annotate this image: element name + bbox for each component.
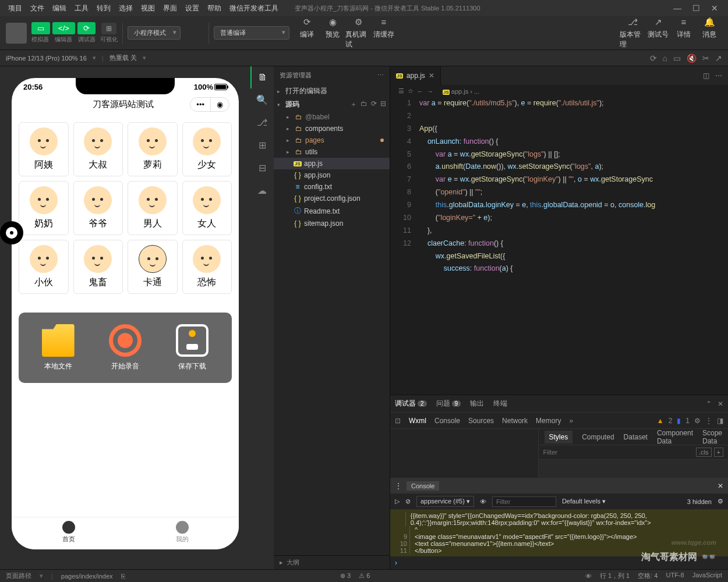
voice-cell[interactable]: 少女 [182, 122, 232, 176]
voice-cell[interactable]: 女人 [182, 181, 232, 235]
dt-tab-debugger[interactable]: 调试器2 [395, 399, 427, 409]
capsule-menu-icon[interactable]: ••• [190, 98, 211, 111]
compile-icon[interactable]: ⟳ [303, 17, 311, 30]
git-icon[interactable]: ⎇ [250, 111, 274, 134]
home-icon[interactable]: ⌂ [663, 54, 667, 63]
refresh-icon[interactable]: ⟳ [650, 54, 657, 63]
cut-icon[interactable]: ✂ [702, 54, 709, 63]
menu-wxdev[interactable]: 微信开发者工具 [226, 3, 282, 13]
refresh-tree-icon[interactable]: ⟳ [371, 100, 377, 109]
voice-cell[interactable]: 恐怖 [182, 240, 232, 294]
capsule-close-icon[interactable]: ◉ [211, 98, 229, 111]
split-icon[interactable]: ◫ [703, 72, 709, 80]
encoding[interactable]: UTF-8 [666, 572, 684, 580]
cloud-icon[interactable]: ☁ [250, 179, 274, 202]
local-file-button[interactable]: 本地文件 [42, 324, 75, 371]
chevron-up-icon[interactable]: ⌃ [706, 400, 712, 408]
devtab-wxml[interactable]: Wxml [409, 417, 426, 425]
ver-icon[interactable]: ⎇ [628, 17, 638, 30]
dt-tab-output[interactable]: 输出 [470, 399, 484, 409]
simulator-toggle[interactable]: ▭ [31, 22, 50, 34]
tree-file-appjs[interactable]: JSapp.js [274, 158, 390, 169]
breadcrumb[interactable]: ☰ ☆ ← → JS app.js › ... [390, 85, 728, 97]
code-editor[interactable]: 123 456 789 101112 var a = require("./ut… [390, 97, 728, 395]
devtab-sources[interactable]: Sources [468, 417, 494, 425]
tree-folder[interactable]: ▸🗀@babel [274, 111, 390, 123]
menu-edit[interactable]: 编辑 [49, 3, 70, 13]
tree-file[interactable]: { }project.config.json [274, 193, 390, 204]
menu-project[interactable]: 项目 [5, 3, 26, 13]
visual-toggle[interactable]: ⊞ [101, 23, 116, 34]
cls-toggle[interactable]: .cls [696, 448, 712, 457]
hotreload[interactable]: 热重载 关 [109, 54, 137, 62]
voice-cell[interactable]: 阿姨 [19, 122, 69, 176]
menu-settings[interactable]: 设置 [182, 3, 203, 13]
test-icon[interactable]: ↗ [655, 17, 662, 30]
dock-icon[interactable]: ⋮ [705, 417, 712, 425]
dt-tab-problems[interactable]: 问题9 [436, 399, 461, 409]
computed-tab[interactable]: Computed [582, 433, 614, 441]
styles-tab[interactable]: Styles [545, 431, 573, 443]
tab-mine[interactable]: 我的 [125, 517, 239, 549]
context-select[interactable]: appservice (#5) ▾ [416, 496, 474, 507]
record-button[interactable]: 开始录音 [109, 324, 142, 371]
collapse-icon[interactable]: ⊟ [380, 100, 386, 109]
copy-icon[interactable]: ⎘ [121, 573, 125, 580]
pop-icon[interactable]: ↗ [715, 54, 722, 63]
ext-icon[interactable]: ⊞ [250, 134, 274, 157]
menu-select[interactable]: 选择 [115, 3, 136, 13]
levels-select[interactable]: Default levels ▾ [562, 498, 606, 505]
devtab-console[interactable]: Console [434, 417, 460, 425]
capsule[interactable]: •••◉ [190, 97, 229, 112]
console-toggle-icon[interactable]: ⋮ [395, 482, 402, 490]
warn-badge[interactable]: ⚠ 6 [359, 572, 370, 580]
tree-file[interactable]: ≡config.txt [274, 181, 390, 193]
msg-icon[interactable]: 🔔 [704, 17, 715, 30]
devtab-memory[interactable]: Memory [536, 417, 561, 425]
files-icon[interactable]: 🗎 [250, 66, 274, 88]
inspect-icon[interactable]: ⊡ [395, 417, 401, 425]
indent[interactable]: 空格: 4 [638, 572, 658, 580]
add-style-icon[interactable]: + [714, 448, 723, 457]
language[interactable]: JavaScript [692, 572, 722, 580]
devtab-network[interactable]: Network [502, 417, 528, 425]
minimize-icon[interactable]: — [669, 3, 686, 13]
gear-icon[interactable]: ⚙ [718, 498, 723, 505]
tab-home[interactable]: 首页 [12, 517, 125, 549]
bookmark-icon[interactable]: ☰ [398, 87, 404, 95]
warn-icon[interactable]: ▲ [657, 417, 664, 425]
debugger-toggle[interactable]: ⟳ [77, 22, 96, 34]
newfolder-icon[interactable]: 🗀 [361, 100, 367, 109]
root-folder[interactable]: ▾源码 ＋ 🗀 ⟳ ⊟ [274, 98, 390, 111]
popout-icon[interactable]: ◨ [717, 417, 723, 425]
clear-icon[interactable]: ⊘ [405, 498, 411, 505]
cache-icon[interactable]: ≡ [381, 17, 387, 30]
editor-toggle[interactable]: </> [52, 22, 75, 34]
search-icon[interactable]: 🔍 [250, 88, 274, 111]
menu-tool[interactable]: 工具 [71, 3, 92, 13]
voice-cell[interactable]: 大叔 [73, 122, 123, 176]
menu-goto[interactable]: 转到 [93, 3, 114, 13]
tree-file[interactable]: { }app.json [274, 169, 390, 181]
detail-icon[interactable]: ≡ [681, 17, 687, 30]
mode-select[interactable]: 小程序模式 [128, 26, 181, 40]
compdata-tab[interactable]: Component Data [657, 429, 693, 445]
voice-cell[interactable]: 男人 [128, 181, 178, 235]
eye-icon[interactable]: 👁 [480, 498, 486, 505]
more-icon[interactable]: ⋯ [715, 72, 722, 80]
float-disc-icon[interactable] [0, 221, 23, 244]
back-icon[interactable]: ▭ [673, 54, 681, 63]
eye-icon[interactable]: 👁 [585, 573, 592, 580]
maximize-icon[interactable]: ☐ [687, 3, 705, 13]
avatar[interactable] [6, 23, 27, 44]
menu-view[interactable]: 视图 [137, 3, 158, 13]
tree-file[interactable]: { }sitemap.json [274, 218, 390, 229]
menu-file[interactable]: 文件 [27, 3, 48, 13]
close-icon[interactable]: ✕ [718, 400, 723, 408]
console-filter[interactable] [492, 496, 556, 507]
menu-interface[interactable]: 界面 [160, 3, 181, 13]
styles-filter[interactable] [543, 449, 694, 456]
close-tab-icon[interactable]: ✕ [429, 72, 434, 80]
outline-section[interactable]: 大纲 [287, 558, 299, 567]
compile-select[interactable]: 普通编译 [214, 26, 289, 40]
